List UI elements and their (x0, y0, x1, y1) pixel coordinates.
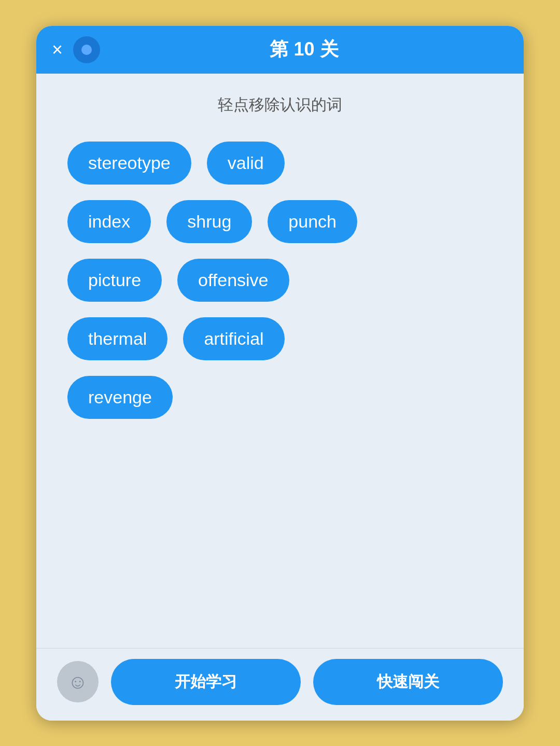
profile-icon (73, 36, 100, 63)
word-chip-index[interactable]: index (67, 200, 151, 243)
word-row-3: picture offensive (67, 259, 493, 302)
word-chip-punch[interactable]: punch (268, 200, 357, 243)
mascot-face: ☺ (68, 671, 88, 693)
close-button[interactable]: × (52, 40, 63, 59)
word-chip-thermal[interactable]: thermal (67, 317, 167, 360)
word-chip-picture[interactable]: picture (67, 259, 162, 302)
word-row-5: revenge (67, 376, 493, 419)
word-chip-artificial[interactable]: artificial (183, 317, 284, 360)
mascot-icon: ☺ (57, 661, 99, 702)
main-content: 轻点移除认识的词 stereotype valid index shrug pu… (36, 74, 524, 648)
subtitle-text: 轻点移除认识的词 (67, 94, 493, 116)
bottom-bar: ☺ 开始学习 快速闯关 (36, 648, 524, 721)
word-row-4: thermal artificial (67, 317, 493, 360)
profile-dot (81, 45, 92, 55)
word-row-2: index shrug punch (67, 200, 493, 243)
word-chip-valid[interactable]: valid (207, 142, 285, 185)
page-title: 第 10 关 (100, 37, 508, 62)
word-chip-offensive[interactable]: offensive (177, 259, 289, 302)
header: × 第 10 关 (36, 26, 524, 74)
word-chip-stereotype[interactable]: stereotype (67, 142, 191, 185)
start-learning-button[interactable]: 开始学习 (111, 659, 301, 705)
word-chip-revenge[interactable]: revenge (67, 376, 173, 419)
word-chip-shrug[interactable]: shrug (166, 200, 252, 243)
words-area: stereotype valid index shrug punch pictu… (67, 142, 493, 632)
device-frame: × 第 10 关 轻点移除认识的词 stereotype valid index… (36, 26, 524, 721)
word-row-1: stereotype valid (67, 142, 493, 185)
quick-pass-button[interactable]: 快速闯关 (313, 659, 503, 705)
